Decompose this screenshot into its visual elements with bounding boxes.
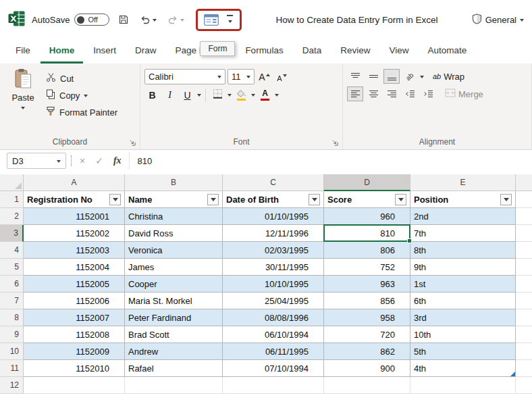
cell[interactable]: 1152003	[24, 242, 125, 259]
bottom-align-button[interactable]	[383, 69, 400, 84]
enter-icon[interactable]: ✓	[92, 155, 106, 166]
empty-cell[interactable]	[516, 208, 532, 225]
middle-align-button[interactable]	[365, 69, 381, 84]
empty-cell[interactable]	[516, 191, 532, 208]
fill-color-button[interactable]	[234, 87, 249, 103]
tab-draw[interactable]: Draw	[126, 39, 165, 64]
form-button[interactable]	[203, 14, 219, 26]
cell[interactable]: 25/04/1995	[223, 293, 324, 309]
cell[interactable]: 02/03/1995	[223, 242, 324, 259]
header-cell-name[interactable]: Name	[125, 191, 223, 208]
chevron-down-icon[interactable]	[420, 76, 424, 80]
cell[interactable]: Brad Scott	[125, 326, 223, 343]
column-header-e[interactable]: E	[410, 174, 516, 191]
cell[interactable]: Rafael	[125, 360, 223, 377]
row-header[interactable]: 1	[0, 191, 24, 208]
cell[interactable]: 10/10/1995	[223, 276, 324, 293]
autosave-switch[interactable]: Off	[74, 14, 109, 26]
cell[interactable]: 1152010	[24, 360, 125, 377]
chevron-down-icon[interactable]	[228, 94, 232, 99]
autosave-toggle[interactable]: AutoSave Off	[32, 14, 109, 26]
empty-cell[interactable]	[516, 225, 532, 242]
cell[interactable]: 06/11/1995	[223, 343, 324, 360]
row-header[interactable]: 5	[0, 259, 24, 276]
undo-dropdown-icon[interactable]	[153, 19, 157, 24]
cut-button[interactable]: Cut	[43, 71, 120, 86]
cell[interactable]: 07/10/1994	[223, 360, 324, 377]
empty-cell[interactable]	[516, 343, 532, 360]
cell[interactable]: 900	[324, 360, 410, 377]
qat-overflow-button[interactable]	[225, 14, 234, 26]
filter-button[interactable]	[109, 194, 121, 205]
filter-button[interactable]	[395, 194, 406, 205]
align-left-button[interactable]	[347, 86, 363, 101]
empty-cell[interactable]	[516, 259, 532, 276]
chevron-down-icon[interactable]	[275, 94, 279, 99]
header-cell-score[interactable]: Score	[324, 191, 410, 208]
paste-button[interactable]: Paste	[4, 66, 42, 111]
font-size-select[interactable]: 11	[228, 69, 255, 84]
tab-home[interactable]: Home	[41, 39, 84, 64]
font-dialog-launcher[interactable]	[332, 140, 338, 146]
cell[interactable]: 862	[324, 343, 410, 360]
empty-cell[interactable]	[516, 293, 532, 309]
align-right-button[interactable]	[383, 86, 400, 101]
cell[interactable]: Maria St. Morkel	[125, 293, 223, 309]
format-painter-button[interactable]: Format Painter	[43, 105, 120, 120]
decrease-font-size-button[interactable]: A	[274, 69, 290, 84]
row-header[interactable]: 2	[0, 208, 24, 225]
cell[interactable]: Peter Fardinand	[125, 309, 223, 326]
empty-cell[interactable]	[516, 326, 532, 343]
cell[interactable]: 4th	[410, 360, 516, 377]
row-header[interactable]: 12	[0, 377, 24, 394]
select-all-button[interactable]	[0, 174, 24, 191]
row-header[interactable]: 11	[0, 360, 24, 377]
empty-cell[interactable]	[516, 242, 532, 259]
underline-button[interactable]: U	[180, 87, 195, 103]
cell[interactable]: 1152008	[24, 326, 125, 343]
cell[interactable]: 963	[324, 276, 410, 293]
filter-button[interactable]	[309, 194, 320, 205]
tab-automate[interactable]: Automate	[419, 39, 475, 64]
cell[interactable]: Cooper	[125, 276, 223, 293]
top-align-button[interactable]	[347, 69, 363, 84]
cell[interactable]: Veronica	[125, 242, 223, 259]
bold-button[interactable]: B	[144, 87, 160, 103]
empty-cell[interactable]	[24, 377, 125, 394]
cell[interactable]: 720	[324, 326, 410, 343]
cell[interactable]: 752	[324, 259, 410, 276]
row-header[interactable]: 6	[0, 276, 24, 293]
increase-indent-button[interactable]	[420, 86, 436, 101]
undo-button[interactable]	[138, 12, 159, 27]
row-header[interactable]: 10	[0, 343, 24, 360]
increase-font-size-button[interactable]: A	[257, 69, 272, 84]
cell[interactable]: 1st	[410, 276, 516, 293]
cell[interactable]: 958	[324, 309, 410, 326]
empty-cell[interactable]	[516, 377, 532, 394]
italic-button[interactable]: I	[162, 87, 178, 103]
tab-data[interactable]: Data	[294, 39, 331, 64]
cell[interactable]: 8th	[410, 242, 516, 259]
tab-formulas[interactable]: Formulas	[236, 39, 292, 64]
font-color-button[interactable]: A	[257, 87, 273, 103]
cell[interactable]: David Ross	[125, 225, 223, 242]
header-cell-position[interactable]: Position	[410, 191, 516, 208]
cell[interactable]: 1152005	[24, 276, 125, 293]
tab-file[interactable]: File	[7, 39, 39, 64]
orientation-button[interactable]: ab	[402, 69, 418, 84]
tab-view[interactable]: View	[380, 39, 417, 64]
redo-button[interactable]	[165, 12, 186, 27]
copy-button[interactable]: Copy	[43, 88, 120, 103]
redo-dropdown-icon[interactable]	[180, 19, 184, 24]
cell[interactable]: 1152002	[24, 225, 125, 242]
empty-cell[interactable]	[516, 309, 532, 326]
cell[interactable]: 1152006	[24, 293, 125, 309]
cell[interactable]: 12/11/1996	[223, 225, 324, 242]
sensitivity-button[interactable]: General	[472, 14, 524, 26]
cell[interactable]: 1152009	[24, 343, 125, 360]
cell[interactable]: 3rd	[410, 309, 516, 326]
cell[interactable]: 08/08/1996	[223, 309, 324, 326]
insert-function-button[interactable]: fx	[111, 155, 124, 166]
header-cell-date-of-birth[interactable]: Date of Birth	[223, 191, 324, 208]
row-header[interactable]: 4	[0, 242, 24, 259]
